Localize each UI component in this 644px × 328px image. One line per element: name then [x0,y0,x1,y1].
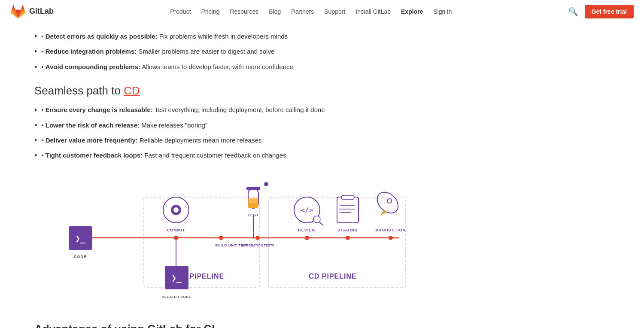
list-item: • Lower the risk of each release: Make r… [34,121,438,131]
bullet-text: Fix problems while fresh in developers m… [158,33,288,40]
seamless-bullets: • Ensure every change is releasable: Tes… [34,105,438,161]
svg-text:BUILD: BUILD [216,243,227,247]
top-bullets: • Detect errors as quickly as possible: … [34,32,438,72]
list-item: • Deliver value more frequently: Reliabl… [34,136,438,146]
svg-point-7 [219,236,223,240]
seamless-heading: Seamless path to CD [34,84,438,97]
svg-text:CI PIPELINE: CI PIPELINE [179,273,224,280]
nav-pricing[interactable]: Pricing [201,8,220,15]
svg-point-10 [346,236,350,240]
svg-point-8 [255,236,260,240]
svg-point-9 [305,236,309,240]
bullet-text: Test everything, including deployment, b… [153,106,325,113]
svg-point-26 [264,182,268,186]
heading-prefix: Seamless path to [34,84,124,97]
list-item: • Ensure every change is releasable: Tes… [34,105,438,115]
list-item: • Detect errors as quickly as possible: … [34,32,438,42]
svg-text:INTEGRATION TESTS: INTEGRATION TESTS [241,244,274,247]
bullet-bold: Detect errors as quickly as possible: [46,33,158,40]
nav-partners[interactable]: Partners [291,8,314,15]
main-content: • Detect errors as quickly as possible: … [0,23,472,328]
nav-signin[interactable]: Sign in [433,8,452,15]
main-nav: GitLab Product Pricing Resources Blog Pa… [0,0,644,23]
logo-link[interactable]: GitLab [10,4,54,19]
nav-links: Product Pricing Resources Blog Partners … [170,8,452,15]
bullet-text: Fast and frequent customer feedback on c… [143,152,286,159]
nav-resources[interactable]: Resources [230,8,258,15]
get-free-trial-button[interactable]: Get free trial [585,5,634,18]
svg-point-17 [173,207,179,213]
nav-blog[interactable]: Blog [269,8,281,15]
bullet-bold: Avoid compounding problems: [46,63,140,70]
list-item: • Avoid compounding problems: Allows tea… [34,62,438,72]
nav-support[interactable]: Support [324,8,345,15]
gitlab-logo-icon [10,4,26,19]
nav-install[interactable]: Install GitLab [355,8,391,15]
list-item: • Reduce integration problems: Smaller p… [34,47,438,57]
svg-point-6 [174,236,178,240]
svg-rect-25 [246,187,260,190]
cicd-diagram-svg: ❯_ CODE COMMIT ❯_ RELATED CODE T [60,171,412,309]
svg-marker-47 [380,211,388,216]
advantages-heading: Advantages of using GitLab for CI [34,322,438,328]
bullet-bold: Lower the risk of each release: [46,121,140,129]
svg-text:CD PIPELINE: CD PIPELINE [309,273,356,280]
svg-text:</>: </> [301,206,313,214]
logo-text: GitLab [29,7,54,16]
svg-text:STAGING: STAGING [337,228,358,232]
search-icon[interactable]: 🔍 [568,7,578,16]
nav-explore[interactable]: Explore [401,8,423,15]
svg-point-34 [313,216,320,223]
nav-right: 🔍 Get free trial [568,5,634,18]
svg-line-35 [319,222,323,225]
bullet-text: Reliable deployments mean more releases [138,137,261,144]
svg-text:REVIEW: REVIEW [298,228,316,232]
bullet-text: Make releases "boring" [140,121,207,129]
bullet-text: Smaller problems are easier to digest an… [137,48,274,55]
svg-point-11 [389,236,393,240]
svg-text:TEST: TEST [247,213,259,217]
list-item: • Tight customer feedback loops: Fast an… [34,151,438,161]
nav-product[interactable]: Product [170,8,191,15]
bullet-bold: Reduce integration problems: [46,48,137,55]
bullet-text: Allows teams to develop faster, with mor… [140,63,293,70]
bullet-bold: Deliver value more frequently: [46,137,138,144]
svg-text:RELATED CODE: RELATED CODE [162,295,191,299]
bullet-bold: Tight customer feedback loops: [46,152,143,159]
svg-text:CODE: CODE [74,255,87,259]
svg-rect-24 [248,203,258,208]
svg-point-48 [387,199,392,203]
bullet-bold: Ensure every change is releasable: [46,106,153,113]
svg-text:✓: ✓ [338,210,341,214]
svg-text:❯_: ❯_ [75,233,86,243]
cicd-diagram: ❯_ CODE COMMIT ❯_ RELATED CODE T [34,171,438,309]
svg-text:PRODUCTION: PRODUCTION [376,228,406,232]
svg-text:COMMIT: COMMIT [167,228,185,232]
cd-link[interactable]: CD [124,84,140,97]
svg-rect-38 [341,195,354,200]
